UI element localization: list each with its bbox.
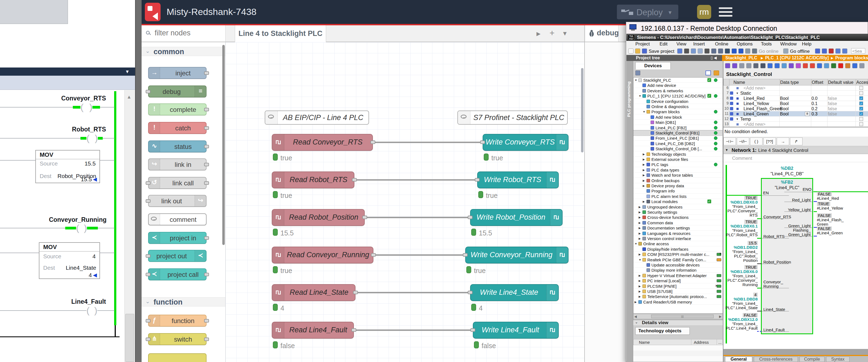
tree-collapse-icon[interactable]: ▶	[639, 285, 641, 288]
accessible-checkbox[interactable]: ✓	[859, 112, 863, 116]
watch-icon[interactable]	[859, 63, 865, 68]
new-icon[interactable]	[628, 49, 633, 54]
tree-item[interactable]: Stacklight_Control_DB [...	[633, 146, 723, 151]
paste-icon[interactable]	[698, 49, 703, 54]
tree-collapse-icon[interactable]: ▶	[639, 290, 641, 293]
tree-item[interactable]: ▶USB [S7USB]	[633, 289, 723, 294]
toolbar-search-box[interactable]: <Sea	[851, 48, 865, 54]
accessible-checkbox[interactable]: ✓	[859, 102, 863, 105]
start-values-icon[interactable]	[838, 63, 843, 68]
technology-objects-tab[interactable]: Technology objects	[636, 327, 690, 335]
tag-table-row[interactable]: 10Line4_Flash_GreenBool0.2false✓	[723, 106, 868, 111]
tree-expand-icon[interactable]: ▼	[634, 79, 637, 82]
tag-table-row[interactable]: 13<Add new>	[723, 122, 868, 127]
tree-collapse-icon[interactable]: ▶	[639, 295, 641, 298]
delete-row-icon[interactable]	[732, 63, 737, 68]
undo-icon[interactable]	[711, 49, 716, 54]
expand-icon[interactable]	[768, 63, 773, 68]
tree-item[interactable]: From_Line4_PLC [DB1]	[633, 136, 723, 141]
tree-item[interactable]: ▶Hyper-V Virtual Ethernet Adapter	[633, 273, 723, 278]
refresh-icon[interactable]	[714, 71, 719, 75]
rt-icon[interactable]	[752, 49, 757, 54]
tree-item[interactable]: ▶Security settings	[633, 210, 723, 215]
tree-collapse-icon[interactable]: ▶	[643, 158, 645, 161]
import-icon[interactable]	[788, 63, 794, 68]
tag-table-row[interactable]: 11Line4_GreenBool≣0.3false✓	[723, 111, 868, 116]
monitor-icon[interactable]	[824, 63, 829, 68]
tag-table-row[interactable]: 7▼Static	[723, 91, 868, 96]
tree-collapse-icon[interactable]: ▶	[639, 232, 641, 235]
tree-toolbar-icon-left[interactable]	[636, 71, 640, 75]
tree-collapse-icon[interactable]: ▶	[639, 279, 641, 282]
bottom-tab-syntax[interactable]: Syntax	[826, 357, 849, 362]
tree-item[interactable]: ▶Common data	[633, 220, 723, 225]
cut-icon[interactable]	[684, 49, 689, 54]
keep-values-icon[interactable]	[753, 63, 758, 68]
tree-hscroll-thumb[interactable]: ||||	[651, 315, 714, 318]
tree-item[interactable]: ▶PLC data types	[633, 167, 723, 172]
tree-collapse-icon[interactable]: ▶	[639, 274, 641, 277]
breadcrumb-item[interactable]: Stacklight_PLC	[725, 56, 757, 60]
menu-item-project[interactable]: Project	[636, 41, 650, 47]
tree-item[interactable]: ▶Documentation settings	[633, 225, 723, 230]
online-plug-icon[interactable]	[783, 49, 788, 54]
bottom-tab-cross-references[interactable]: Cross-references	[754, 357, 798, 362]
tree-item[interactable]: ▶COM [RS232/PPI multi-master c...?	[633, 252, 723, 257]
print-icon[interactable]	[677, 49, 682, 54]
tree-item[interactable]: ▶Online backups	[633, 178, 723, 183]
upload-icon[interactable]	[803, 63, 808, 68]
tree-item[interactable]: Display/hide interfaces	[633, 247, 723, 252]
tree-item[interactable]: ▶External source files	[633, 157, 723, 162]
close-branch-icon[interactable]: ↱	[790, 137, 803, 145]
append-row-icon[interactable]	[746, 63, 751, 68]
go-offline-button[interactable]: Go offline	[790, 49, 810, 54]
tree-collapse-icon[interactable]: ▶	[634, 301, 637, 304]
download-icon[interactable]	[796, 63, 801, 68]
tree-collapse-icon[interactable]: ▶	[639, 205, 641, 208]
go-online-button[interactable]: Go online	[759, 49, 779, 54]
tree-collapse-icon[interactable]: ▶	[639, 216, 641, 219]
sort-icon[interactable]	[761, 63, 766, 68]
tree-item[interactable]: Add new device	[633, 83, 723, 88]
tree-item[interactable]: Line4_PLC_DB [DB2]	[633, 141, 723, 146]
tree-collapse-icon[interactable]: ▶	[643, 184, 645, 187]
open-branch-icon[interactable]: →	[777, 137, 789, 145]
tree-collapse-icon[interactable]: ▶	[643, 200, 645, 203]
offline-plug-icon[interactable]	[815, 49, 820, 54]
accessible-checkbox[interactable]	[859, 91, 863, 95]
tree-collapse-icon[interactable]: ▶	[639, 221, 641, 224]
devices-tab[interactable]: Devices	[636, 62, 671, 69]
tree-item[interactable]: ▼PLC_1 [CPU 1212C AC/DC/Rly]✓	[633, 93, 723, 99]
copy-icon[interactable]	[691, 49, 696, 54]
tree-expand-icon[interactable]: ▼	[643, 110, 645, 113]
tree-item[interactable]: Add new block	[633, 115, 723, 120]
menu-item-help[interactable]: Help	[802, 41, 811, 47]
empty-box-icon[interactable]: [??]	[763, 137, 776, 145]
tree-item[interactable]: ▶Languages & resources	[633, 231, 723, 236]
upload-icon[interactable]	[738, 49, 744, 54]
tree-item[interactable]: ▼Stacklight_PLC✓	[633, 78, 723, 83]
tree-item[interactable]: ▶Ungrouped devices	[633, 204, 723, 210]
menu-item-edit[interactable]: Edit	[659, 41, 668, 47]
tree-item[interactable]: Devices & networks	[633, 88, 723, 93]
coil-icon[interactable]: ( )	[750, 137, 763, 145]
apply-icon[interactable]	[817, 63, 822, 68]
tree-item[interactable]: Online & diagnostics	[633, 104, 723, 109]
tree-collapse-icon[interactable]: ▶	[643, 174, 645, 177]
tree-collapse-icon[interactable]: ▶	[639, 237, 641, 240]
tree-expand-icon[interactable]: ▼	[639, 258, 641, 261]
accessible-checkbox[interactable]: ✓	[859, 107, 863, 111]
tree-collapse-icon[interactable]: ▶	[643, 168, 645, 171]
insert-row-icon[interactable]	[739, 63, 744, 68]
diagnostics-icon[interactable]	[822, 49, 827, 54]
tree-item[interactable]: Display more information	[633, 268, 723, 273]
tag-table-row[interactable]: 8Line4_RedBool0.0false✓	[723, 96, 868, 101]
menu-item-online[interactable]: Online	[715, 41, 728, 47]
x-icon[interactable]	[829, 49, 834, 54]
tree-item[interactable]: ▼Realtek PCIe GBE Family Con...	[633, 257, 723, 262]
contact-closed-icon[interactable]: ⊣/⊢	[737, 137, 749, 145]
tree-item[interactable]: ▶PC internal [Local]	[633, 278, 723, 283]
tree-item[interactable]: Main [OB1]	[633, 120, 723, 125]
open-icon[interactable]	[635, 49, 640, 54]
save-project-label[interactable]: Save project	[649, 49, 675, 54]
